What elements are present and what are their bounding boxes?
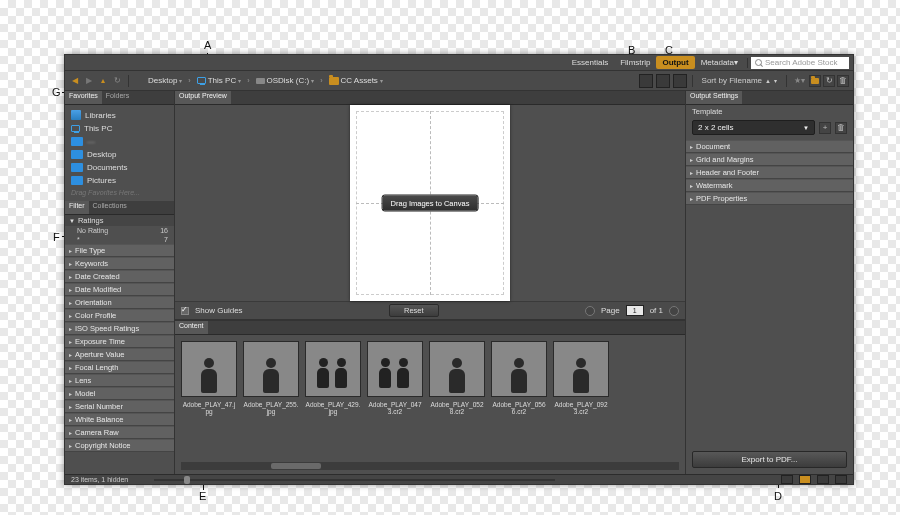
acc-aperture[interactable]: ▸Aperture Value bbox=[65, 348, 174, 361]
separator bbox=[747, 58, 748, 68]
acc-keywords[interactable]: ▸Keywords bbox=[65, 257, 174, 270]
view-1-button[interactable] bbox=[781, 475, 793, 484]
new-folder-button[interactable] bbox=[809, 75, 821, 87]
fav-documents[interactable]: Documents bbox=[67, 161, 172, 174]
acc-serial[interactable]: ▸Serial Number bbox=[65, 400, 174, 413]
page-input[interactable] bbox=[626, 305, 644, 316]
rating-none[interactable]: No Rating16 bbox=[65, 226, 174, 235]
view-3-button[interactable] bbox=[817, 475, 829, 484]
app-window: Essentials Filmstrip Output Metadata▾ Se… bbox=[64, 54, 854, 485]
nav-back-button[interactable]: ◀ bbox=[69, 75, 81, 87]
acc-filetype[interactable]: ▸File Type bbox=[65, 244, 174, 257]
callout-g: G bbox=[52, 86, 61, 98]
acc-header-footer[interactable]: ▸Header and Footer bbox=[686, 166, 853, 179]
fav-desktop[interactable]: Desktop bbox=[67, 148, 172, 161]
slider-thumb[interactable] bbox=[184, 476, 190, 484]
reset-button[interactable]: Reset bbox=[389, 304, 439, 317]
tab-output-settings[interactable]: Output Settings bbox=[686, 91, 742, 104]
acc-iso[interactable]: ▸ISO Speed Ratings bbox=[65, 322, 174, 335]
breadcrumb-osdisk[interactable]: OSDisk (C:)▾ bbox=[253, 76, 318, 85]
tab-collections[interactable]: Collections bbox=[89, 201, 131, 214]
canvas-area[interactable]: Drag Images to Canvas bbox=[175, 105, 685, 301]
acc-grid[interactable]: ▸Grid and Margins bbox=[686, 153, 853, 166]
page-of-label: of 1 bbox=[650, 306, 663, 315]
favorites-hint: Drag Favorites Here... bbox=[67, 187, 172, 198]
thumbnail[interactable]: Adobe_PLAY_0528.cr2 bbox=[429, 341, 485, 456]
filter-star-button[interactable]: ★▾ bbox=[792, 76, 807, 85]
breadcrumb-thispc[interactable]: This PC▾ bbox=[194, 76, 244, 85]
fav-user[interactable]: — bbox=[67, 135, 172, 148]
callout-d: D bbox=[774, 490, 782, 502]
folder-icon bbox=[71, 150, 83, 159]
content-scrollbar[interactable] bbox=[181, 462, 679, 470]
view-2-button[interactable] bbox=[799, 475, 811, 484]
favorites-tabs: Favorites Folders bbox=[65, 91, 174, 105]
path-toolbar: ◀ ▶ ▴ ↻ Desktop▾ › This PC▾ › OSDisk (C:… bbox=[65, 71, 853, 91]
delete-template-button[interactable]: 🗑 bbox=[835, 122, 847, 134]
thumbnail[interactable]: Adobe_PLAY_255.jpg bbox=[243, 341, 299, 456]
thumb-size-slider[interactable] bbox=[154, 479, 555, 481]
nav-recent-button[interactable]: ↻ bbox=[111, 75, 123, 87]
thumbnail[interactable]: Adobe_PLAY_0923.cr2 bbox=[553, 341, 609, 456]
rotate-button[interactable]: ↻ bbox=[823, 75, 835, 87]
workspace-essentials[interactable]: Essentials bbox=[566, 56, 614, 69]
trash-button[interactable]: 🗑 bbox=[837, 75, 849, 87]
add-template-button[interactable]: + bbox=[819, 122, 831, 134]
tab-filter[interactable]: Filter bbox=[65, 201, 89, 214]
drag-hint: Drag Images to Canvas bbox=[382, 195, 479, 212]
view-mode-1-button[interactable] bbox=[639, 74, 653, 88]
acc-orientation[interactable]: ▸Orientation bbox=[65, 296, 174, 309]
acc-watermark[interactable]: ▸Watermark bbox=[686, 179, 853, 192]
breadcrumb-desktop[interactable]: Desktop▾ bbox=[134, 76, 185, 85]
nav-up-button[interactable]: ▴ bbox=[97, 75, 109, 87]
workspace-metadata[interactable]: Metadata▾ bbox=[695, 56, 744, 69]
acc-pdfprops[interactable]: ▸PDF Properties bbox=[686, 192, 853, 205]
acc-datecreated[interactable]: ▸Date Created bbox=[65, 270, 174, 283]
pc-icon bbox=[71, 125, 80, 132]
show-guides-label: Show Guides bbox=[195, 306, 243, 315]
thumbnail[interactable]: Adobe_PLAY_429.jpg bbox=[305, 341, 361, 456]
ratings-header[interactable]: ▼Ratings bbox=[65, 215, 174, 226]
export-pdf-button[interactable]: Export to PDF... bbox=[692, 451, 847, 468]
thumbnail[interactable]: Adobe_PLAY_0566.cr2 bbox=[491, 341, 547, 456]
rating-1star[interactable]: *7 bbox=[65, 235, 174, 244]
acc-cameraraw[interactable]: ▸Camera Raw bbox=[65, 426, 174, 439]
page-prev-button[interactable] bbox=[585, 306, 595, 316]
acc-colorprofile[interactable]: ▸Color Profile bbox=[65, 309, 174, 322]
thumbnail[interactable]: Adobe_PLAY_0473.cr2 bbox=[367, 341, 423, 456]
acc-copyright[interactable]: ▸Copyright Notice bbox=[65, 439, 174, 452]
filter-tabs: Filter Collections bbox=[65, 201, 174, 215]
acc-whitebalance[interactable]: ▸White Balance bbox=[65, 413, 174, 426]
preview-canvas[interactable]: Drag Images to Canvas bbox=[350, 105, 510, 301]
workspace-output[interactable]: Output bbox=[656, 56, 694, 69]
page-next-button[interactable] bbox=[669, 306, 679, 316]
acc-document[interactable]: ▸Document bbox=[686, 140, 853, 153]
show-guides-checkbox[interactable] bbox=[181, 307, 189, 315]
tab-favorites[interactable]: Favorites bbox=[65, 91, 102, 104]
workspace-filmstrip[interactable]: Filmstrip bbox=[614, 56, 656, 69]
left-column: Favorites Folders Libraries This PC — De… bbox=[65, 91, 175, 474]
template-dropdown[interactable]: 2 x 2 cells ▼ bbox=[692, 120, 815, 135]
acc-focallength[interactable]: ▸Focal Length bbox=[65, 361, 174, 374]
acc-lens[interactable]: ▸Lens bbox=[65, 374, 174, 387]
nav-forward-button[interactable]: ▶ bbox=[83, 75, 95, 87]
scrollbar-thumb[interactable] bbox=[271, 463, 321, 469]
tab-folders[interactable]: Folders bbox=[102, 91, 133, 104]
stock-search[interactable]: Search Adobe Stock bbox=[751, 57, 849, 69]
tab-output-preview[interactable]: Output Preview bbox=[175, 91, 231, 104]
view-mode-3-button[interactable] bbox=[673, 74, 687, 88]
acc-model[interactable]: ▸Model bbox=[65, 387, 174, 400]
sort-dropdown[interactable]: Sort by Filename ▲▾ bbox=[698, 76, 781, 85]
view-mode-2-button[interactable] bbox=[656, 74, 670, 88]
fav-thispc[interactable]: This PC bbox=[67, 122, 172, 135]
thumbnail[interactable]: Adobe_PLAY_47.jpg bbox=[181, 341, 237, 456]
view-4-button[interactable] bbox=[835, 475, 847, 484]
fav-pictures[interactable]: Pictures bbox=[67, 174, 172, 187]
breadcrumb-ccassets[interactable]: CC Assets▾ bbox=[326, 76, 386, 85]
callout-a: A bbox=[204, 39, 211, 51]
fav-libraries[interactable]: Libraries bbox=[67, 108, 172, 122]
acc-datemodified[interactable]: ▸Date Modified bbox=[65, 283, 174, 296]
tab-content[interactable]: Content bbox=[175, 321, 208, 334]
acc-exposure[interactable]: ▸Exposure Time bbox=[65, 335, 174, 348]
desktop-icon bbox=[137, 77, 146, 84]
